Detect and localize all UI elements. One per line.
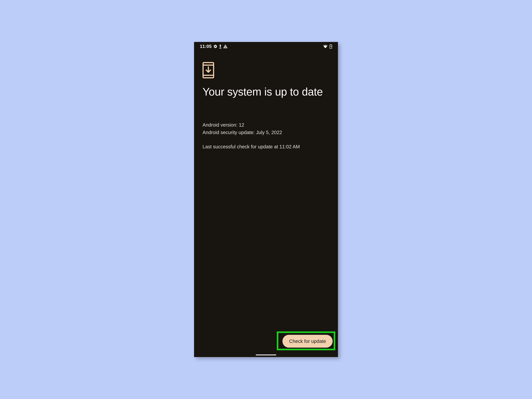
check-for-update-button[interactable]: Check for update: [282, 335, 333, 348]
settings-gear-icon: [213, 44, 217, 49]
system-update-icon: [203, 62, 329, 79]
status-bar-right: [323, 44, 332, 49]
svg-rect-2: [330, 44, 331, 45]
system-info-block: Android version: 12 Android security upd…: [203, 121, 329, 150]
wifi-icon: [323, 45, 328, 48]
action-button-row: Check for update: [282, 335, 333, 348]
battery-charging-icon: [329, 44, 332, 49]
status-bar-left: 11:05: [200, 44, 228, 49]
drive-triangle-icon: [223, 44, 228, 49]
svg-rect-0: [219, 48, 221, 49]
phone-frame: 11:05: [194, 42, 338, 357]
status-bar[interactable]: 11:05: [194, 42, 338, 50]
status-clock: 11:05: [200, 44, 212, 49]
android-version-line: Android version: 12: [203, 121, 329, 129]
download-indicator-icon: [219, 44, 222, 49]
page-title: Your system is up to date: [203, 85, 329, 98]
security-update-line: Android security update: July 5, 2022: [203, 129, 329, 136]
last-check-line: Last successful check for update at 11:0…: [203, 143, 329, 150]
system-update-screen: Your system is up to date Android versio…: [194, 50, 338, 357]
gesture-nav-bar[interactable]: [256, 355, 276, 355]
